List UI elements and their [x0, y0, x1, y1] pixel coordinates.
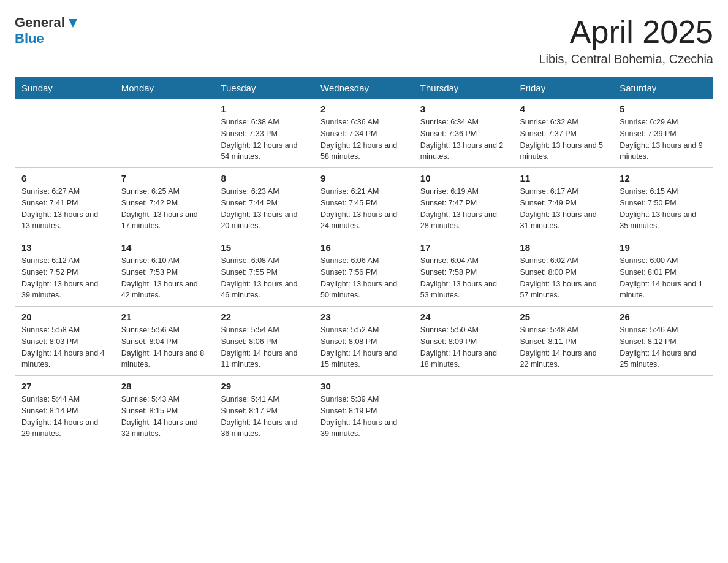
day-number: 9: [320, 173, 408, 183]
day-number: 11: [520, 173, 607, 183]
week-row-1: 1Sunrise: 6:38 AMSunset: 7:33 PMDaylight…: [15, 99, 713, 168]
day-number: 7: [121, 173, 208, 183]
day-number: 6: [21, 173, 108, 183]
calendar-cell: 11Sunrise: 6:17 AMSunset: 7:49 PMDayligh…: [514, 168, 613, 237]
day-info: Sunrise: 6:10 AMSunset: 7:53 PMDaylight:…: [121, 255, 208, 301]
page-header: General Blue April 2025 Libis, Central B…: [15, 15, 713, 66]
day-info: Sunrise: 6:02 AMSunset: 8:00 PMDaylight:…: [520, 255, 607, 301]
day-number: 24: [420, 312, 507, 322]
logo-general-text: General: [15, 15, 65, 31]
calendar-cell: 10Sunrise: 6:19 AMSunset: 7:47 PMDayligh…: [414, 168, 514, 237]
day-info: Sunrise: 6:38 AMSunset: 7:33 PMDaylight:…: [221, 117, 308, 163]
day-info: Sunrise: 6:23 AMSunset: 7:44 PMDaylight:…: [221, 186, 308, 232]
header-saturday: Saturday: [613, 78, 713, 99]
header-sunday: Sunday: [15, 78, 115, 99]
calendar-cell: 8Sunrise: 6:23 AMSunset: 7:44 PMDaylight…: [214, 168, 314, 237]
calendar-cell: 20Sunrise: 5:58 AMSunset: 8:03 PMDayligh…: [15, 307, 115, 376]
calendar-cell: 7Sunrise: 6:25 AMSunset: 7:42 PMDaylight…: [115, 168, 214, 237]
calendar-cell: 29Sunrise: 5:41 AMSunset: 8:17 PMDayligh…: [214, 376, 314, 445]
header-thursday: Thursday: [414, 78, 514, 99]
day-info: Sunrise: 6:06 AMSunset: 7:56 PMDaylight:…: [320, 255, 408, 301]
day-number: 21: [121, 312, 208, 322]
day-info: Sunrise: 5:39 AMSunset: 8:19 PMDaylight:…: [320, 394, 408, 440]
calendar-table: SundayMondayTuesdayWednesdayThursdayFrid…: [15, 77, 713, 445]
calendar-cell: [115, 99, 214, 168]
day-number: 10: [420, 173, 507, 183]
day-number: 13: [21, 242, 108, 253]
day-number: 15: [221, 242, 308, 253]
title-block: April 2025 Libis, Central Bohemia, Czech…: [539, 15, 713, 66]
day-number: 26: [620, 312, 707, 322]
header-friday: Friday: [514, 78, 613, 99]
day-number: 1: [221, 104, 308, 114]
day-number: 18: [520, 242, 607, 253]
day-info: Sunrise: 6:00 AMSunset: 8:01 PMDaylight:…: [620, 255, 707, 301]
day-info: Sunrise: 6:25 AMSunset: 7:42 PMDaylight:…: [121, 186, 208, 232]
day-info: Sunrise: 6:27 AMSunset: 7:41 PMDaylight:…: [21, 186, 108, 232]
calendar-cell: 26Sunrise: 5:46 AMSunset: 8:12 PMDayligh…: [613, 307, 713, 376]
day-number: 25: [520, 312, 607, 322]
day-number: 22: [221, 312, 308, 322]
day-info: Sunrise: 6:29 AMSunset: 7:39 PMDaylight:…: [620, 117, 707, 163]
calendar-cell: [15, 99, 115, 168]
calendar-cell: 4Sunrise: 6:32 AMSunset: 7:37 PMDaylight…: [514, 99, 613, 168]
day-info: Sunrise: 5:54 AMSunset: 8:06 PMDaylight:…: [221, 324, 308, 370]
day-number: 28: [121, 381, 208, 391]
calendar-cell: 5Sunrise: 6:29 AMSunset: 7:39 PMDaylight…: [613, 99, 713, 168]
day-info: Sunrise: 5:41 AMSunset: 8:17 PMDaylight:…: [221, 394, 308, 440]
calendar-cell: 6Sunrise: 6:27 AMSunset: 7:41 PMDaylight…: [15, 168, 115, 237]
day-info: Sunrise: 6:34 AMSunset: 7:36 PMDaylight:…: [420, 117, 507, 163]
day-info: Sunrise: 5:58 AMSunset: 8:03 PMDaylight:…: [21, 324, 108, 370]
day-number: 19: [620, 242, 707, 253]
calendar-header-row: SundayMondayTuesdayWednesdayThursdayFrid…: [15, 78, 713, 99]
header-monday: Monday: [115, 78, 214, 99]
day-info: Sunrise: 6:15 AMSunset: 7:50 PMDaylight:…: [620, 186, 707, 232]
day-info: Sunrise: 5:50 AMSunset: 8:09 PMDaylight:…: [420, 324, 507, 370]
calendar-cell: 23Sunrise: 5:52 AMSunset: 8:08 PMDayligh…: [314, 307, 414, 376]
day-info: Sunrise: 5:44 AMSunset: 8:14 PMDaylight:…: [21, 394, 108, 440]
calendar-cell: 28Sunrise: 5:43 AMSunset: 8:15 PMDayligh…: [115, 376, 214, 445]
day-number: 30: [320, 381, 408, 391]
calendar-cell: 30Sunrise: 5:39 AMSunset: 8:19 PMDayligh…: [314, 376, 414, 445]
main-title: April 2025: [539, 15, 713, 50]
calendar-cell: 3Sunrise: 6:34 AMSunset: 7:36 PMDaylight…: [414, 99, 514, 168]
day-info: Sunrise: 6:36 AMSunset: 7:34 PMDaylight:…: [320, 117, 408, 163]
calendar-cell: 16Sunrise: 6:06 AMSunset: 7:56 PMDayligh…: [314, 237, 414, 307]
calendar-cell: 12Sunrise: 6:15 AMSunset: 7:50 PMDayligh…: [613, 168, 713, 237]
header-tuesday: Tuesday: [214, 78, 314, 99]
day-number: 29: [221, 381, 308, 391]
day-info: Sunrise: 6:19 AMSunset: 7:47 PMDaylight:…: [420, 186, 507, 232]
calendar-cell: 17Sunrise: 6:04 AMSunset: 7:58 PMDayligh…: [414, 237, 514, 307]
day-number: 16: [320, 242, 408, 253]
subtitle: Libis, Central Bohemia, Czechia: [539, 52, 713, 66]
day-number: 17: [420, 242, 507, 253]
calendar-cell: 22Sunrise: 5:54 AMSunset: 8:06 PMDayligh…: [214, 307, 314, 376]
calendar-cell: [414, 376, 514, 445]
day-info: Sunrise: 6:08 AMSunset: 7:55 PMDaylight:…: [221, 255, 308, 301]
calendar-cell: 15Sunrise: 6:08 AMSunset: 7:55 PMDayligh…: [214, 237, 314, 307]
day-info: Sunrise: 6:12 AMSunset: 7:52 PMDaylight:…: [21, 255, 108, 301]
calendar-cell: [613, 376, 713, 445]
day-number: 5: [620, 104, 707, 114]
week-row-4: 20Sunrise: 5:58 AMSunset: 8:03 PMDayligh…: [15, 307, 713, 376]
calendar-cell: [514, 376, 613, 445]
day-info: Sunrise: 6:32 AMSunset: 7:37 PMDaylight:…: [520, 117, 607, 163]
logo: General Blue: [15, 15, 80, 47]
calendar-cell: 27Sunrise: 5:44 AMSunset: 8:14 PMDayligh…: [15, 376, 115, 445]
day-info: Sunrise: 6:21 AMSunset: 7:45 PMDaylight:…: [320, 186, 408, 232]
day-number: 12: [620, 173, 707, 183]
day-info: Sunrise: 6:17 AMSunset: 7:49 PMDaylight:…: [520, 186, 607, 232]
week-row-2: 6Sunrise: 6:27 AMSunset: 7:41 PMDaylight…: [15, 168, 713, 237]
calendar-cell: 2Sunrise: 6:36 AMSunset: 7:34 PMDaylight…: [314, 99, 414, 168]
calendar-cell: 21Sunrise: 5:56 AMSunset: 8:04 PMDayligh…: [115, 307, 214, 376]
calendar-cell: 13Sunrise: 6:12 AMSunset: 7:52 PMDayligh…: [15, 237, 115, 307]
day-info: Sunrise: 5:52 AMSunset: 8:08 PMDaylight:…: [320, 324, 408, 370]
day-info: Sunrise: 5:48 AMSunset: 8:11 PMDaylight:…: [520, 324, 607, 370]
logo-triangle-icon: [66, 17, 80, 30]
day-number: 4: [520, 104, 607, 114]
day-info: Sunrise: 5:43 AMSunset: 8:15 PMDaylight:…: [121, 394, 208, 440]
day-number: 23: [320, 312, 408, 322]
day-number: 3: [420, 104, 507, 114]
day-number: 27: [21, 381, 108, 391]
day-number: 8: [221, 173, 308, 183]
